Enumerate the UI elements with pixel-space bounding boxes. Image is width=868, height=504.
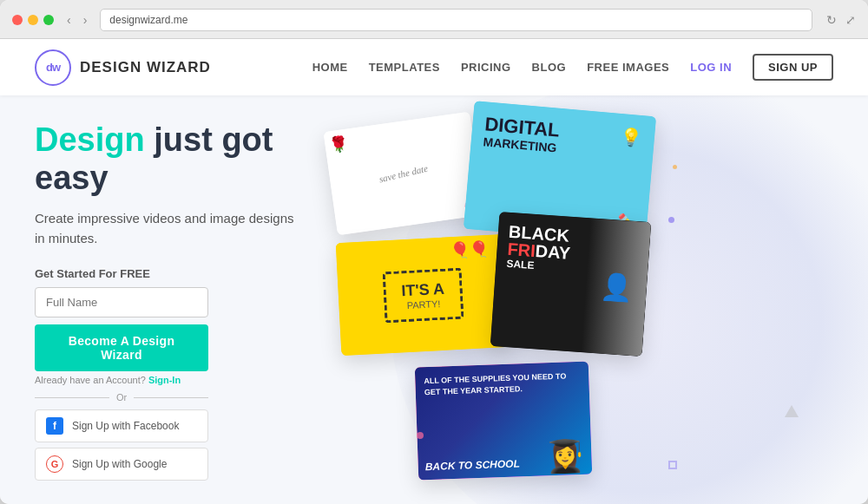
deco-triangle [785,405,799,417]
or-line-right [134,397,208,398]
already-text: Already have an Account? [35,375,146,385]
page-content: dw DESIGN WIZARD HOME TEMPLATES PRICING … [0,39,868,504]
nav-blog[interactable]: BLOG [532,61,567,74]
or-divider: Or [35,392,208,403]
or-text: Or [116,392,127,403]
address-text: designwizard.me [109,14,187,26]
forward-button[interactable]: › [79,11,92,29]
hero-section: Design just got easy Create impressive v… [0,95,868,504]
nav-pricing[interactable]: PRICING [461,61,511,74]
signin-link[interactable]: Sign-In [148,375,181,385]
logo-icon: dw [35,49,71,86]
cards-container: 🌹 save the date 🌸 DIGITAL MARKETING 💡 ✏️ [330,95,868,504]
back-button[interactable]: ‹ [62,11,76,29]
nav-links: HOME TEMPLATES PRICING BLOG FREE IMAGES … [312,54,833,81]
browser-window: ‹ › designwizard.me ↻ ⤢ dw DESIGN WIZARD… [0,0,868,504]
expand-button[interactable]: ⤢ [845,13,856,27]
party-subtitle: PARTY! [402,298,445,311]
card-bf-inner: BLACK FRIDAY SALE 👤 [490,212,651,357]
school-text: ALL OF THE SUPPLIES YOU NEED TO GET THE … [415,362,589,407]
facebook-signup-button[interactable]: f Sign Up with Facebook [35,409,208,442]
hero-right: 🌹 save the date 🌸 DIGITAL MARKETING 💡 ✏️ [330,95,868,504]
signup-form: Become A Design Wizard [35,287,208,371]
deco-square [668,461,677,469]
card-party: 🎈🎈 IT'S A PARTY! [336,234,511,356]
hero-heading-highlight: Design [35,121,145,158]
facebook-label: Sign Up with Facebook [72,420,179,432]
party-title: IT'S A [401,279,445,300]
browser-chrome: ‹ › designwizard.me ↻ ⤢ [0,0,868,39]
google-icon: G [46,455,63,473]
google-label: Sign Up with Google [72,458,167,470]
full-name-input[interactable] [35,287,208,317]
navbar: dw DESIGN WIZARD HOME TEMPLATES PRICING … [0,39,868,95]
nav-login[interactable]: LOG IN [690,61,732,74]
hero-heading: Design just got easy [35,121,295,197]
card-party-inner: 🎈🎈 IT'S A PARTY! [336,234,511,356]
card-blackfriday: BLACK FRIDAY SALE 👤 [490,212,651,357]
logo-text: DESIGN WIZARD [80,59,211,76]
get-started-label: Get Started For FREE [35,267,295,280]
google-signup-button[interactable]: G Sign Up with Google [35,448,208,481]
card-school: ALL OF THE SUPPLIES YOU NEED TO GET THE … [415,362,592,481]
floral-roses-icon: 🌹 [328,134,350,155]
bulb-icon: 💡 [620,126,643,148]
logo-area[interactable]: dw DESIGN WIZARD [35,49,211,86]
minimize-button[interactable] [28,15,38,25]
card-floral: 🌹 save the date 🌸 [323,112,483,235]
traffic-lights [12,15,54,25]
deco-dot-purple [668,217,674,223]
nav-signup[interactable]: SIGN UP [753,54,833,81]
party-border: IT'S A PARTY! [382,267,464,323]
deco-dot-pink [417,432,424,439]
floral-text: save the date [378,163,430,185]
refresh-button[interactable]: ↻ [826,13,837,27]
or-line-left [35,397,109,398]
hero-left: Design just got easy Create impressive v… [0,95,330,504]
card-school-inner: ALL OF THE SUPPLIES YOU NEED TO GET THE … [415,362,592,481]
person-silhouette: 👤 [582,218,652,357]
balloons-icon: 🎈🎈 [450,239,489,260]
deco-dot-small [673,165,677,169]
card-floral-inner: 🌹 save the date 🌸 [323,112,483,235]
browser-nav-buttons: ‹ › [62,11,91,29]
facebook-icon: f [46,417,63,435]
school-title: BACK TO SCHOOL [425,457,521,473]
already-account-text: Already have an Account? Sign-In [35,375,295,385]
cta-button[interactable]: Become A Design Wizard [35,324,208,371]
nav-free-images[interactable]: FREE IMAGES [587,61,669,74]
school-girl-icon: 👩‍🎓 [545,438,585,476]
nav-home[interactable]: HOME [312,61,348,74]
maximize-button[interactable] [43,15,54,25]
nav-templates[interactable]: TEMPLATES [369,61,440,74]
hero-subtext: Create impressive videos and image desig… [35,209,295,248]
address-bar[interactable]: designwizard.me [100,9,812,31]
close-button[interactable] [12,15,23,25]
